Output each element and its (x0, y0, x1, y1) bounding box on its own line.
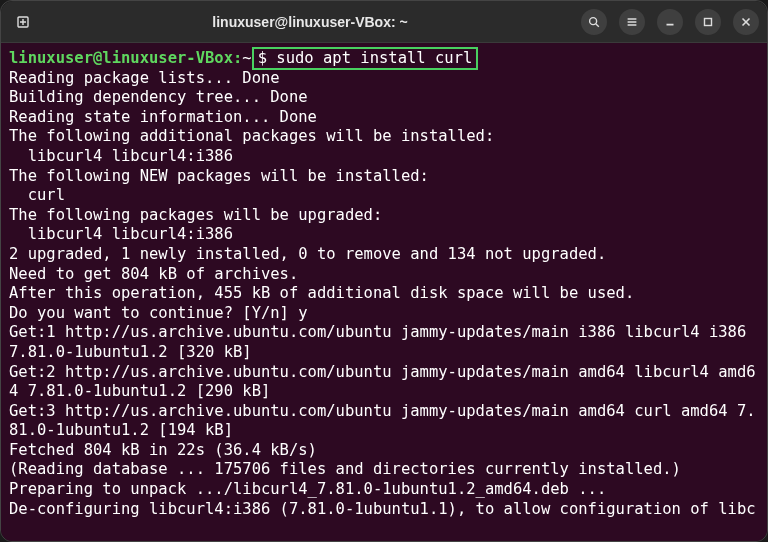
output-line: Fetched 804 kB in 22s (36.4 kB/s) (9, 441, 317, 459)
minimize-button[interactable] (657, 9, 683, 35)
search-button[interactable] (581, 9, 607, 35)
output-line: Preparing to unpack .../libcurl4_7.81.0-… (9, 480, 606, 498)
output-line: After this operation, 455 kB of addition… (9, 284, 634, 302)
menu-button[interactable] (619, 9, 645, 35)
close-button[interactable] (733, 9, 759, 35)
output-line: Need to get 804 kB of archives. (9, 265, 298, 283)
terminal-output[interactable]: linuxuser@linuxuser-VBox:~$ sudo apt ins… (1, 43, 767, 541)
output-line: curl (9, 186, 65, 204)
prompt-path: ~ (242, 49, 251, 67)
hamburger-icon (625, 15, 639, 29)
window-title: linuxuser@linuxuser-VBox: ~ (39, 14, 581, 30)
prompt-dollar: $ (258, 49, 267, 67)
svg-rect-7 (705, 18, 712, 25)
command-highlight: $ sudo apt install curl (252, 47, 479, 70)
output-line: libcurl4 libcurl4:i386 (9, 147, 233, 165)
svg-point-1 (590, 17, 597, 24)
svg-line-2 (596, 23, 599, 26)
output-line: 2 upgraded, 1 newly installed, 0 to remo… (9, 245, 606, 263)
output-line: Get:2 http://us.archive.ubuntu.com/ubunt… (9, 363, 756, 401)
output-line: The following packages will be upgraded: (9, 206, 382, 224)
output-line: Get:3 http://us.archive.ubuntu.com/ubunt… (9, 402, 756, 440)
close-icon (739, 15, 753, 29)
output-line: (Reading database ... 175706 files and d… (9, 460, 681, 478)
prompt-userhost: linuxuser@linuxuser-VBox: (9, 49, 242, 67)
maximize-icon (701, 15, 715, 29)
output-line: Reading package lists... Done (9, 69, 280, 87)
output-line: De-configuring libcurl4:i386 (7.81.0-1ub… (9, 500, 756, 518)
maximize-button[interactable] (695, 9, 721, 35)
output-line: libcurl4 libcurl4:i386 (9, 225, 233, 243)
minimize-icon (663, 15, 677, 29)
window-titlebar: linuxuser@linuxuser-VBox: ~ (1, 1, 767, 43)
command-text: sudo apt install curl (276, 49, 472, 67)
output-line: The following additional packages will b… (9, 127, 494, 145)
output-line: The following NEW packages will be insta… (9, 167, 429, 185)
search-icon (587, 15, 601, 29)
output-line: Reading state information... Done (9, 108, 317, 126)
new-tab-icon (16, 14, 32, 30)
output-line: Do you want to continue? [Y/n] y (9, 304, 308, 322)
output-line: Building dependency tree... Done (9, 88, 308, 106)
new-tab-button[interactable] (9, 7, 39, 37)
output-line: Get:1 http://us.archive.ubuntu.com/ubunt… (9, 323, 756, 361)
